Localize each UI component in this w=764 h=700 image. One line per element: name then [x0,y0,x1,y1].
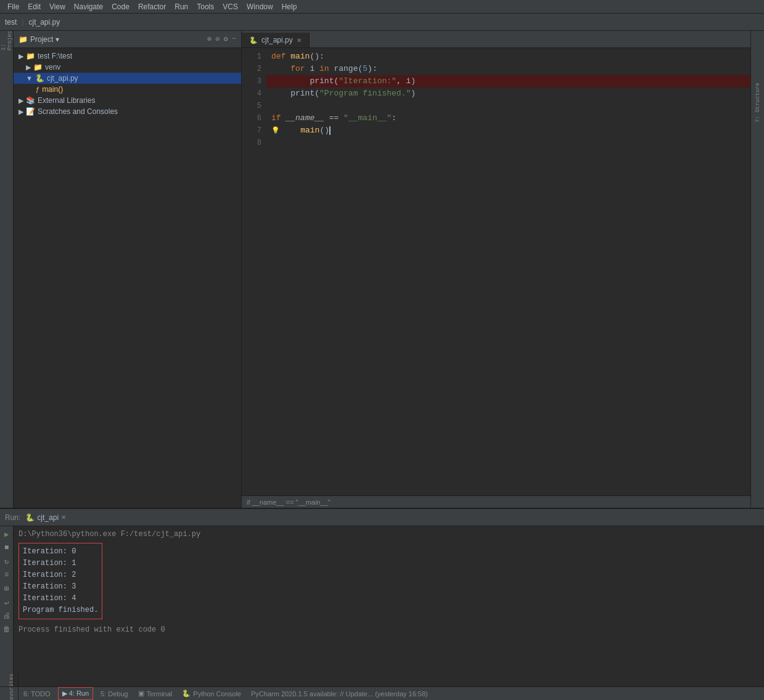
line-num-5: 5 [242,100,261,112]
tree-label-main: main() [42,85,236,94]
project-icon[interactable]: 1: Project [1,33,12,44]
sync-icon[interactable]: ⊕ [207,35,212,44]
tree-label-cjt-api: cjt_api.py [47,74,236,83]
favorites-section: 2: Favorites [5,674,18,700]
line-num-6: 6 [242,112,261,124]
status-bar: 2: Favorites 6: TODO ▶ 4: Run 5: Debug ▣… [0,686,764,700]
tree-item-main[interactable]: ƒ main() [14,84,241,95]
output-line-1: Iteration: 1 [23,558,98,569]
favorites-label[interactable]: 2: Favorites [9,674,15,700]
cursor [329,126,331,135]
editor-tabs: 🐍 cjt_api.py ✕ [242,31,750,48]
right-tabs: 7: Structure [750,31,764,508]
main-content: 1: Project 📁 Project ▾ ⊕ ⊖ ⚙ − ▶ 📁 test … [0,31,764,508]
terminal-icon: ▣ [138,690,144,698]
tab-close-icon[interactable]: ✕ [297,37,302,44]
libs-icon: 📚 [26,96,35,105]
python-file-icon: 🐍 [35,74,44,83]
folder-icon-2: 📁 [26,52,35,60]
expand-arrow: ▼ [26,75,33,82]
todo-button[interactable]: 6: TODO [18,687,55,700]
tree-item-external-libs[interactable]: ▶ 📚 External Libraries [14,95,241,106]
output-highlighted-block: Iteration: 0 Iteration: 1 Iteration: 2 I… [18,543,102,619]
structure-tab[interactable]: 7: Structure [754,80,762,125]
todo-label: 6: TODO [23,690,51,698]
code-line-6: ▶ if __name__ == "__main__": [271,112,750,124]
tab-cjt-api[interactable]: 🐍 cjt_api.py ✕ [242,33,310,47]
code-line-4: print("Program finished.") [271,88,750,100]
run-stop-icon[interactable]: ■ [1,542,12,553]
menu-refactor[interactable]: Refactor [134,1,170,12]
menu-run[interactable]: Run [171,1,192,12]
close-panel-icon[interactable]: − [232,35,236,44]
menu-file[interactable]: File [4,1,23,12]
menu-view[interactable]: View [46,1,69,12]
tree-item-test[interactable]: ▶ 📁 test F:\test [14,51,241,62]
project-tree: ▶ 📁 test F:\test ▶ 📁 venv ▼ 🐍 cjt_api.py… [14,48,241,508]
line-num-2: 2 [242,63,261,75]
menu-edit[interactable]: Edit [24,1,44,12]
menu-navigate[interactable]: Navigate [70,1,107,12]
python-console-button[interactable]: 🐍 Python Console [177,687,246,700]
run-label: Run: [5,513,20,522]
run-panel: Run: 🐍 cjt_api ✕ ▶ ■ ↻ ≡ ⊞ ↵ 🖨 🗑 D:\Pyth… [0,508,764,686]
editor-content[interactable]: 1 2 3 4 5 6 7 8 def main(): for i in ran… [242,48,750,495]
menu-help[interactable]: Help [278,1,301,12]
tree-item-scratches[interactable]: ▶ 📝 Scratches and Consoles [14,106,241,117]
venv-folder-icon: 📁 [33,63,43,71]
tree-label-venv: venv [45,63,236,71]
run-button[interactable]: ▶ 4: Run [58,687,93,700]
folder-icon: ▶ [18,52,23,60]
line-num-3: 3 [242,75,261,88]
settings-icon[interactable]: ⚙ [224,35,228,44]
folder-icon: 📁 [18,35,28,44]
python-tab-icon: 🐍 [249,36,258,44]
file-title: cjt_api.py [28,18,60,26]
menu-window[interactable]: Window [243,1,277,12]
terminal-button[interactable]: ▣ Terminal [133,687,178,700]
debug-button[interactable]: 5: Debug [96,687,133,700]
code-line-5 [271,100,750,112]
tree-label-external-libs: External Libraries [38,96,236,105]
code-area[interactable]: def main(): for i in range(5): print("It… [266,48,750,495]
code-line-2: for i in range(5): [271,63,750,75]
tree-item-cjt-api[interactable]: ▼ 🐍 cjt_api.py [14,73,241,84]
menu-code[interactable]: Code [108,1,133,12]
code-line-7: 💡 main() [271,124,750,137]
tree-label-scratches: Scratches and Consoles [38,107,236,116]
run-wrap-icon[interactable]: ↵ [1,596,12,608]
title-bar: test | cjt_api.py [0,14,764,31]
tree-item-venv[interactable]: ▶ 📁 venv [14,62,241,73]
menu-vcs[interactable]: VCS [219,1,242,12]
menu-tools[interactable]: Tools [193,1,218,12]
run-tab-close[interactable]: ✕ [61,514,66,521]
status-message: PyCharm 2020.1.5 available: // Update...… [246,690,759,698]
function-icon: ƒ [36,86,39,93]
run-play-icon[interactable]: ▶ [1,529,12,540]
run-tab-cjt-api[interactable]: 🐍 cjt_api ✕ [25,513,66,522]
editor-status-line: if __name__ == "__main__" [242,495,750,508]
run-rerun-icon[interactable]: ↻ [1,556,12,567]
run-scroll-icon[interactable]: ≡ [1,569,12,580]
project-panel-header: 📁 Project ▾ ⊕ ⊖ ⚙ − [14,31,241,48]
line-num-8: 8 [242,137,261,149]
run-tab-icon: 🐍 [25,513,35,522]
output-line-5: Program finished. [23,604,98,616]
scratches-arrow: ▶ [18,108,23,116]
editor-area: 🐍 cjt_api.py ✕ 1 2 3 4 5 6 7 8 de [242,31,750,508]
process-exit-line: Process finished with exit code 0 [18,624,759,636]
run-print-icon[interactable]: 🖨 [1,610,12,621]
line-num-7: 7 [242,124,261,137]
tab-label: cjt_api.py [261,36,293,44]
line-numbers: 1 2 3 4 5 6 7 8 [242,48,266,495]
run-filter-icon[interactable]: ⊞ [1,583,12,594]
libs-arrow: ▶ [18,97,23,105]
project-panel-title-text: Project ▾ [30,35,59,44]
run-delete-icon[interactable]: 🗑 [1,624,12,635]
status-text: if __name__ == "__main__" [247,499,331,506]
line-num-4: 4 [242,88,261,100]
scratches-icon: 📝 [26,107,35,116]
code-line-1: def main(): [271,51,750,63]
collapse-icon[interactable]: ⊖ [215,35,220,44]
folder-arrow: ▶ [26,63,31,71]
